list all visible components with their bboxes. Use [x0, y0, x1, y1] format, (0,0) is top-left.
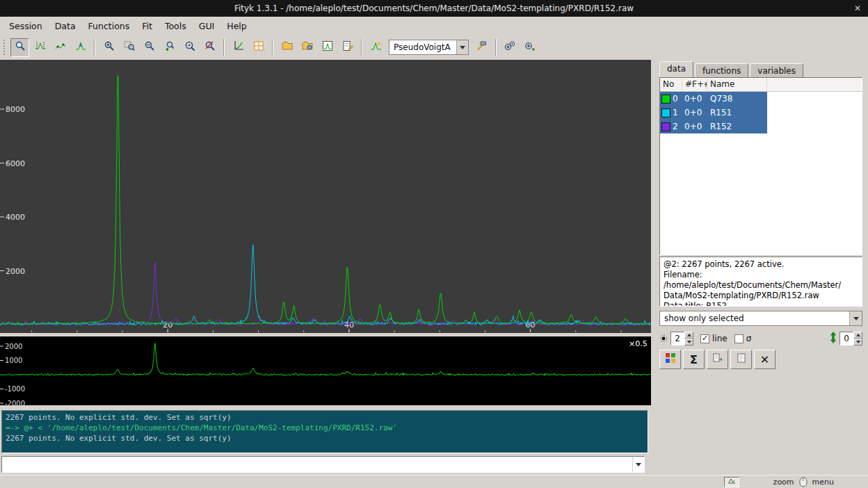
background-curve-icon — [55, 40, 66, 54]
sum-button[interactable]: Σ — [683, 350, 705, 369]
cell-fpn: 0+0 — [682, 94, 707, 104]
aux-plot[interactable]: 20001000-1000-2000×0.5 — [0, 336, 651, 405]
cell-fpn: 0+0 — [682, 108, 707, 117]
zoom-prev-button[interactable] — [160, 38, 179, 57]
grid-config-icon — [253, 40, 264, 54]
point-size-value: 2 — [670, 332, 684, 345]
data-row-q738[interactable]: 00+0Q738 — [660, 92, 767, 106]
mode-add-peak-button[interactable] — [71, 38, 90, 57]
chevron-down-icon — [849, 311, 862, 325]
point-size-spinner[interactable]: 2 — [670, 332, 693, 345]
zoom-prev-icon — [164, 40, 175, 54]
sigma-checkbox-group[interactable]: σ — [734, 334, 752, 343]
cell-no: 0 — [673, 94, 682, 104]
spin-up-icon[interactable] — [684, 332, 693, 339]
cell-no: 1 — [673, 108, 682, 117]
data-list-rows: 00+0Q73810+0R15120+0R152 — [660, 92, 862, 133]
dataset-info: @2: 2267 points, 2267 active. Filename: … — [659, 257, 862, 307]
zoom-out-button[interactable] — [140, 38, 159, 57]
data-row-r151[interactable]: 10+0R151 — [660, 106, 767, 120]
wand-peak-icon — [370, 40, 383, 54]
menu-gui[interactable]: GUI — [193, 18, 221, 34]
tab-functions[interactable]: functions — [695, 63, 748, 79]
add-peak-icon — [75, 40, 86, 54]
edit-data-button[interactable] — [338, 38, 357, 57]
toolbar-separator — [94, 39, 95, 56]
data-editor-icon — [342, 40, 353, 54]
history-chevron-down-icon[interactable] — [632, 457, 644, 472]
tab-data[interactable]: data — [659, 61, 693, 79]
copy-function-button[interactable] — [707, 350, 728, 369]
column-header-name[interactable]: Name — [707, 78, 767, 91]
console-line: =-> @+ < '/home/aleplo/test/Documents/Ch… — [6, 423, 644, 433]
delete-dataset-button[interactable]: ✕ — [754, 350, 775, 369]
column-header-f[interactable]: #F+# — [682, 78, 707, 91]
mode-zoom-button[interactable] — [10, 38, 29, 57]
filter-dropdown[interactable]: show only selected — [659, 311, 862, 326]
spin-down-icon[interactable] — [853, 339, 862, 345]
add-function-button[interactable] — [472, 38, 491, 57]
folder-open-icon — [282, 40, 293, 54]
mode-background-button[interactable] — [51, 38, 70, 57]
mouse-icon — [799, 477, 807, 487]
menu-data[interactable]: Data — [49, 18, 82, 34]
open-file-button[interactable] — [278, 38, 296, 57]
shift-spinner[interactable]: 0 — [839, 332, 862, 345]
exec-script-button[interactable] — [298, 38, 316, 57]
column-header-no[interactable]: No — [660, 78, 682, 91]
menu-fit[interactable]: Fit — [136, 18, 159, 34]
status-zoom-label: zoom — [773, 478, 794, 487]
data-row-r152[interactable]: 20+0R152 — [660, 120, 767, 133]
column-header-filler — [767, 78, 862, 91]
revert-data-button[interactable] — [318, 38, 337, 57]
data-export-button[interactable] — [730, 350, 752, 369]
zoom-in-button[interactable] — [99, 38, 118, 57]
data-list: No#F+#Name 00+0Q73810+0R15120+0R152 — [659, 77, 862, 255]
plot-config-button[interactable] — [249, 38, 268, 57]
line-checkbox[interactable] — [700, 334, 709, 343]
output-console: 2267 points. No explicit std. dev. Set a… — [1, 410, 648, 453]
zoom-selection-button[interactable] — [120, 38, 138, 57]
close-button[interactable]: ✕ — [854, 0, 861, 17]
function-type-combo[interactable]: PseudoVoigtA — [389, 40, 469, 55]
status-menu-label: menu — [812, 478, 834, 487]
fit-continue-button[interactable] — [521, 38, 540, 57]
menu-tools[interactable]: Tools — [159, 18, 193, 34]
toolbar-grip — [3, 40, 7, 55]
zoom-all-button[interactable] — [180, 38, 199, 57]
window-title: Fityk 1.3.1 - /home/aleplo/test/Document… — [234, 3, 634, 13]
cell-name: R152 — [707, 122, 767, 131]
toolbar-separator — [361, 39, 362, 56]
svg-text:4000: 4000 — [6, 213, 25, 222]
undo-zoom-button[interactable] — [200, 38, 219, 57]
guess-peak-button[interactable] — [367, 38, 385, 57]
hammer-icon — [476, 40, 487, 54]
document-icon — [736, 352, 747, 366]
dataset-color-swatch — [661, 122, 670, 131]
fit-run-button[interactable] — [501, 38, 520, 57]
copy-doc-icon — [712, 352, 723, 366]
status-indicator-button[interactable] — [724, 477, 739, 487]
gears-icon — [504, 40, 516, 54]
sidebar: datafunctionsvariables No#F+#Name 00+0Q7… — [651, 60, 868, 488]
aux-plot-svg: 20001000-1000-2000×0.5 — [0, 336, 651, 405]
sigma-checkbox[interactable] — [734, 334, 744, 343]
menu-session[interactable]: Session — [3, 18, 49, 34]
mode-data-range-button[interactable] — [31, 38, 49, 57]
line-checkbox-group[interactable]: line — [700, 334, 728, 343]
tab-variables[interactable]: variables — [750, 63, 803, 79]
menu-help[interactable]: Help — [220, 18, 253, 34]
status-bar: zoom menu — [0, 475, 868, 488]
svg-text:1000: 1000 — [5, 357, 22, 364]
main-plot[interactable]: 2040602000400060008000 — [0, 60, 651, 333]
spin-down-icon[interactable] — [684, 339, 693, 345]
menu-functions[interactable]: Functions — [82, 18, 136, 34]
palette-button[interactable] — [659, 350, 681, 369]
shift-data-icon — [830, 332, 837, 346]
command-input[interactable] — [2, 457, 632, 472]
log-scale-button[interactable] — [229, 38, 248, 57]
toolbar-separator — [495, 39, 497, 56]
plot-frame-icon — [322, 40, 333, 54]
spin-up-icon[interactable] — [853, 332, 862, 339]
svg-text:8000: 8000 — [6, 105, 25, 114]
